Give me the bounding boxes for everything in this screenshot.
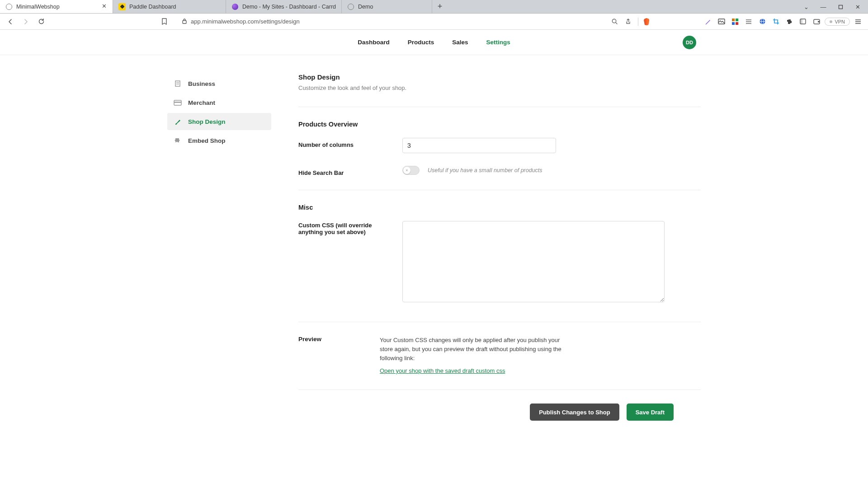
zoom-icon[interactable] (609, 16, 620, 27)
extension-pen-icon[interactable] (703, 16, 713, 27)
page-subtitle: Customize the look and feel of your shop… (298, 84, 701, 91)
settings-content: Shop Design Customize the look and feel … (298, 73, 701, 421)
svg-rect-0 (839, 5, 842, 9)
window-maximize-icon[interactable] (833, 0, 848, 13)
sidebar-item-merchant[interactable]: Merchant (167, 94, 271, 111)
sidebar-item-shop-design[interactable]: Shop Design (167, 113, 271, 130)
svg-rect-24 (178, 82, 179, 83)
browser-tab-carrd[interactable]: Demo - My Sites - Dashboard - Carrd (226, 0, 342, 13)
divider (298, 389, 701, 390)
extensions-puzzle-icon[interactable] (784, 16, 795, 27)
browser-tab-strip: MinimalWebshop ✕ Paddle Dashboard Demo -… (0, 0, 868, 14)
svg-point-2 (612, 19, 616, 23)
address-bar[interactable]: app.minimalwebshop.com/settings/design (177, 15, 602, 28)
svg-rect-6 (736, 19, 738, 21)
sidebar-item-business[interactable]: Business (167, 75, 271, 92)
credit-card-icon (174, 99, 182, 107)
close-icon[interactable]: ✕ (101, 4, 107, 10)
svg-rect-16 (800, 19, 802, 24)
nav-settings[interactable]: Settings (486, 36, 511, 48)
nav-reload-icon[interactable] (35, 16, 47, 28)
lock-icon (182, 18, 187, 25)
tab-title: MinimalWebshop (16, 4, 60, 10)
separator (638, 18, 638, 26)
sidebar-item-embed-shop[interactable]: Embed Shop (167, 132, 271, 149)
app-header: Dashboard Products Sales Settings DD (0, 30, 868, 55)
section-heading-misc: Misc (298, 204, 701, 211)
sidebar-item-label: Merchant (188, 99, 215, 106)
extension-tray: VPN (703, 16, 863, 27)
avatar[interactable]: DD (683, 36, 696, 49)
toggle-knob: × (403, 167, 410, 174)
hide-search-toggle[interactable]: × (402, 166, 420, 175)
browser-tab-minimalwebshop[interactable]: MinimalWebshop ✕ (0, 0, 113, 13)
svg-rect-28 (174, 102, 181, 103)
share-icon[interactable] (623, 16, 633, 27)
action-buttons: Publish Changes to Shop Save Draft (298, 404, 674, 421)
svg-rect-18 (818, 21, 820, 23)
extension-list-icon[interactable] (743, 16, 754, 27)
nav-sales[interactable]: Sales (451, 36, 469, 48)
row-hide-search: Hide Search Bar × Useful if you have a s… (298, 166, 701, 176)
row-preview: Preview Your Custom CSS changes will onl… (298, 336, 701, 374)
nav-back-icon[interactable] (5, 16, 16, 28)
svg-rect-1 (183, 20, 186, 23)
nav-products[interactable]: Products (407, 36, 435, 48)
main-layout: Business Merchant Shop Design Embed Shop (167, 55, 701, 457)
nav-dashboard[interactable]: Dashboard (357, 36, 391, 48)
row-custom-css: Custom CSS (will override anything you s… (298, 221, 701, 304)
svg-rect-23 (177, 82, 178, 83)
new-tab-button[interactable]: + (432, 0, 448, 13)
number-of-columns-input[interactable] (402, 138, 556, 153)
browser-tab-paddle[interactable]: Paddle Dashboard (113, 0, 226, 13)
extension-photo-icon[interactable] (716, 16, 727, 27)
label-custom-css: Custom CSS (will override anything you s… (298, 221, 393, 235)
divider (298, 322, 701, 322)
page-header: Shop Design Customize the look and feel … (298, 73, 701, 91)
chevron-down-icon[interactable]: ⌄ (798, 0, 814, 13)
extension-crop-icon[interactable] (770, 16, 781, 27)
globe-icon (347, 3, 354, 10)
window-minimize-icon[interactable]: — (816, 0, 831, 13)
svg-rect-25 (177, 84, 178, 84)
wallet-icon[interactable] (811, 16, 822, 27)
carrd-favicon-icon (231, 3, 239, 10)
vpn-badge[interactable]: VPN (825, 18, 850, 26)
bookmark-icon[interactable] (158, 16, 170, 28)
section-heading-products-overview: Products Overview (298, 121, 701, 128)
browser-toolbar: app.minimalwebshop.com/settings/design (0, 14, 868, 30)
sidebar-item-label: Business (188, 80, 215, 87)
svg-rect-22 (175, 81, 180, 86)
preview-draft-link[interactable]: Open your shop with the saved draft cust… (380, 367, 505, 374)
section-heading-preview: Preview (298, 336, 326, 343)
save-draft-button[interactable]: Save Draft (627, 404, 674, 421)
svg-rect-26 (178, 84, 179, 84)
brush-icon (174, 117, 182, 126)
vpn-label: VPN (835, 19, 845, 24)
divider (298, 190, 701, 190)
browser-tab-demo[interactable]: Demo (342, 0, 432, 13)
window-close-icon[interactable]: ✕ (850, 0, 865, 13)
label-number-of-columns: Number of columns (298, 138, 393, 148)
main-nav: Dashboard Products Sales Settings (357, 36, 511, 48)
sidepanel-icon[interactable] (797, 16, 808, 27)
hide-search-hint: Useful if you have a small number of pro… (428, 167, 542, 174)
browser-menu-icon[interactable] (853, 16, 863, 27)
nav-forward-icon[interactable] (20, 16, 32, 28)
extension-globe-icon[interactable] (757, 16, 768, 27)
publish-changes-button[interactable]: Publish Changes to Shop (530, 404, 619, 421)
sidebar-item-label: Shop Design (188, 118, 226, 125)
svg-rect-5 (732, 19, 735, 21)
extension-grid-icon[interactable] (730, 16, 741, 27)
svg-line-3 (616, 23, 617, 24)
building-icon (174, 80, 182, 88)
preview-description: Your Custom CSS changes will only be app… (380, 336, 570, 363)
window-controls: ⌄ — ✕ (796, 0, 868, 14)
brave-shield-icon[interactable] (643, 18, 650, 25)
address-url: app.minimalwebshop.com/settings/design (191, 18, 300, 25)
custom-css-textarea[interactable] (402, 221, 665, 302)
app-viewport: Dashboard Products Sales Settings DD Bus… (0, 30, 868, 488)
svg-rect-7 (732, 22, 735, 25)
globe-icon (5, 3, 13, 10)
paddle-favicon-icon (118, 3, 126, 10)
